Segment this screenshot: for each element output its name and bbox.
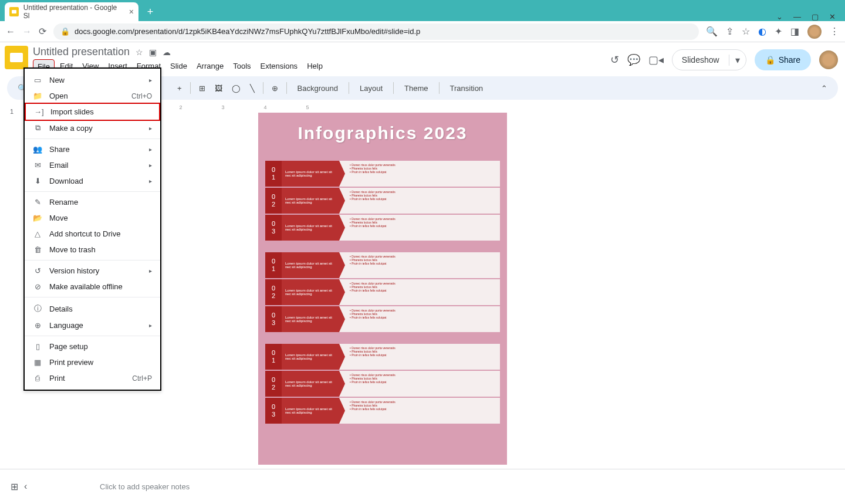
- menu-extensions[interactable]: Extensions: [256, 59, 302, 74]
- collapse-icon[interactable]: ⌃: [817, 82, 831, 95]
- browser-tab-strip: Untitled presentation - Google Sl × + ⌄ …: [0, 0, 845, 21]
- history-icon: ↺: [33, 266, 42, 275]
- theme-button[interactable]: Theme: [398, 82, 434, 95]
- menu-make-copy[interactable]: ⧉Make a copy▸: [25, 120, 160, 136]
- slide[interactable]: Infographics 2023 01Lorem ipsum dolor si…: [258, 113, 507, 465]
- menu-offline[interactable]: ⊘Make available offline: [25, 279, 160, 295]
- infographic-row[interactable]: 03Lorem ipsum dolor sit amet sit nec sit…: [265, 215, 500, 241]
- infographic-row[interactable]: 02Lorem ipsum dolor sit amet sit nec sit…: [265, 371, 500, 397]
- menu-share[interactable]: 👥Share▸: [25, 141, 160, 157]
- row-number: 01: [265, 344, 282, 370]
- row-bullets: Donec risus dolor porta venenatisPharetr…: [339, 215, 500, 241]
- infographic-row[interactable]: 02Lorem ipsum dolor sit amet sit nec sit…: [265, 188, 500, 214]
- url-input[interactable]: 🔒 docs.google.com/presentation/d/1zpk5iK…: [53, 23, 699, 40]
- share-button[interactable]: 🔒 Share: [755, 49, 811, 70]
- new-slide-icon[interactable]: +: [174, 82, 185, 95]
- maximize-icon[interactable]: ▢: [812, 12, 819, 21]
- document-title[interactable]: Untitled presentation: [33, 46, 130, 58]
- infographic-row[interactable]: 01Lorem ipsum dolor sit amet sit nec sit…: [265, 161, 500, 187]
- menu-add-shortcut[interactable]: △Add shortcut to Drive: [25, 226, 160, 242]
- file-menu-dropdown: ▭New▸ 📁OpenCtrl+O →]Import slides ⧉Make …: [23, 67, 161, 391]
- infographic-row[interactable]: 02Lorem ipsum dolor sit amet sit nec sit…: [265, 279, 500, 305]
- infographic-group[interactable]: 01Lorem ipsum dolor sit amet sit nec sit…: [265, 161, 500, 241]
- slide-number: 1: [10, 108, 13, 115]
- reload-icon[interactable]: ⟳: [39, 26, 46, 37]
- menu-help[interactable]: Help: [303, 59, 327, 74]
- comments-icon[interactable]: 💬: [627, 53, 640, 66]
- menu-import-slides[interactable]: →]Import slides: [25, 103, 160, 121]
- zoom-icon[interactable]: 🔍: [706, 26, 718, 37]
- menu-icon[interactable]: ⋮: [830, 26, 839, 37]
- minimize-icon[interactable]: —: [793, 12, 801, 21]
- speaker-notes-input[interactable]: Click to add speaker notes: [35, 482, 190, 491]
- menu-details[interactable]: ⓘDetails: [25, 300, 160, 317]
- menu-version-history[interactable]: ↺Version history▸: [25, 263, 160, 279]
- pencil-icon: ✎: [33, 198, 42, 207]
- row-bullets: Donec risus dolor porta venenatisPharetr…: [339, 252, 500, 278]
- new-tab-button[interactable]: +: [142, 4, 158, 20]
- chevron-down-icon[interactable]: ⌄: [776, 12, 783, 21]
- slides-logo[interactable]: [5, 46, 28, 69]
- chevron-left-icon[interactable]: ‹: [24, 481, 27, 492]
- infographic-row[interactable]: 03Lorem ipsum dolor sit amet sit nec sit…: [265, 306, 500, 332]
- star-icon[interactable]: ☆: [136, 48, 143, 57]
- menu-arrange[interactable]: Arrange: [192, 59, 228, 74]
- row-number: 02: [265, 371, 282, 397]
- menu-move[interactable]: 📂Move: [25, 210, 160, 226]
- sidepanel-icon[interactable]: ◨: [790, 26, 799, 37]
- layout-button[interactable]: Layout: [354, 82, 388, 95]
- slide-title[interactable]: Infographics 2023: [265, 123, 500, 143]
- share-page-icon[interactable]: ⇪: [726, 26, 734, 37]
- infographic-row[interactable]: 01Lorem ipsum dolor sit amet sit nec sit…: [265, 344, 500, 370]
- extensions-icon[interactable]: ✦: [775, 26, 782, 37]
- image-icon[interactable]: 🖼: [211, 82, 226, 95]
- menu-page-setup[interactable]: ▯Page setup: [25, 339, 160, 354]
- account-avatar[interactable]: [819, 50, 838, 69]
- menu-open[interactable]: 📁OpenCtrl+O: [25, 88, 160, 104]
- transition-button[interactable]: Transition: [444, 82, 489, 95]
- slideshow-label[interactable]: Slideshow: [672, 55, 729, 65]
- textbox-icon[interactable]: ⊞: [195, 82, 209, 95]
- print-icon: ⎙: [33, 374, 42, 383]
- infographic-group[interactable]: 01Lorem ipsum dolor sit amet sit nec sit…: [265, 344, 500, 424]
- infographic-row[interactable]: 03Lorem ipsum dolor sit amet sit nec sit…: [265, 398, 500, 424]
- forward-icon[interactable]: →: [22, 26, 32, 37]
- row-bullets: Donec risus dolor porta venenatisPharetr…: [339, 306, 500, 332]
- menu-email[interactable]: ✉Email▸: [25, 157, 160, 173]
- row-label: Lorem ipsum dolor sit amet sit nec sit a…: [282, 161, 339, 187]
- line-icon[interactable]: ╲: [246, 82, 258, 95]
- video-icon[interactable]: ▢◂: [648, 53, 664, 66]
- comment-icon[interactable]: ⊕: [268, 82, 282, 95]
- menu-download[interactable]: ⬇Download▸: [25, 173, 160, 189]
- menu-new[interactable]: ▭New▸: [25, 72, 160, 88]
- menu-print[interactable]: ⎙PrintCtrl+P: [25, 370, 160, 386]
- infographic-group[interactable]: 01Lorem ipsum dolor sit amet sit nec sit…: [265, 252, 500, 332]
- menu-rename[interactable]: ✎Rename: [25, 194, 160, 210]
- move-icon[interactable]: ▣: [149, 48, 157, 57]
- window-controls: ⌄ — ▢ ✕: [776, 12, 845, 21]
- menu-slide[interactable]: Slide: [166, 59, 191, 74]
- menu-print-preview[interactable]: ▦Print preview: [25, 354, 160, 370]
- close-tab-icon[interactable]: ×: [129, 7, 134, 16]
- menu-trash[interactable]: 🗑Move to trash: [25, 242, 160, 258]
- bookmark-icon[interactable]: ☆: [742, 26, 750, 37]
- menu-tools[interactable]: Tools: [229, 59, 255, 74]
- speaker-notes-bar: ⊞ ‹ Click to add speaker notes: [0, 469, 845, 504]
- row-label: Lorem ipsum dolor sit amet sit nec sit a…: [282, 344, 339, 370]
- background-button[interactable]: Background: [292, 82, 344, 95]
- grid-icon[interactable]: ⊞: [11, 481, 18, 492]
- row-label: Lorem ipsum dolor sit amet sit nec sit a…: [282, 279, 339, 305]
- row-number: 03: [265, 306, 282, 332]
- history-icon[interactable]: ↺: [610, 53, 619, 66]
- back-icon[interactable]: ←: [6, 26, 15, 37]
- cloud-icon[interactable]: ☁: [163, 48, 171, 57]
- slideshow-dropdown[interactable]: ▾: [729, 55, 746, 66]
- browser-tab[interactable]: Untitled presentation - Google Sl ×: [5, 2, 138, 21]
- shape-icon[interactable]: ◯: [228, 82, 244, 95]
- close-window-icon[interactable]: ✕: [829, 12, 836, 21]
- infographic-row[interactable]: 01Lorem ipsum dolor sit amet sit nec sit…: [265, 252, 500, 278]
- profile-avatar[interactable]: [807, 25, 822, 39]
- extension-icon-1[interactable]: ◐: [758, 26, 766, 37]
- menu-language[interactable]: ⊕Language▸: [25, 317, 160, 333]
- lock-icon: 🔒: [765, 55, 775, 65]
